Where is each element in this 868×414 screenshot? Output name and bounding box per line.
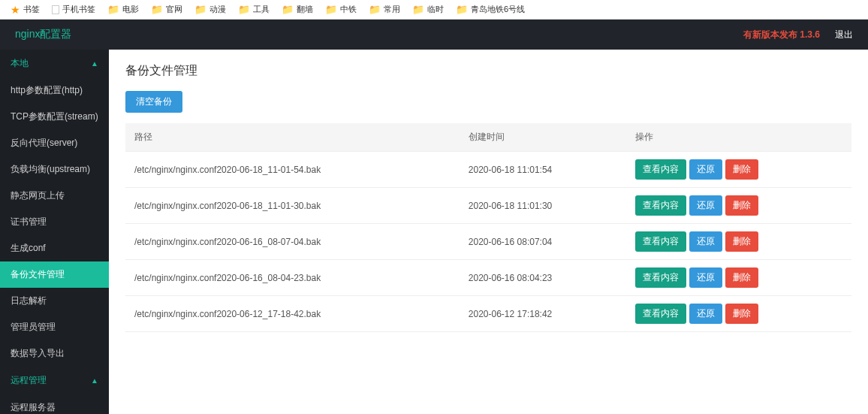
folder-icon: 📁 (238, 4, 250, 15)
sidebar-item[interactable]: 数据导入导出 (0, 340, 109, 367)
table-row: /etc/nginx/nginx.conf2020-06-16_08-04-23… (125, 260, 851, 296)
bookmark-item[interactable]: ★书签 (6, 2, 44, 17)
cell-path: /etc/nginx/nginx.conf2020-06-18_11-01-54… (125, 152, 460, 188)
bookmark-item[interactable]: 手机书签 (47, 2, 100, 17)
bookmark-label: 常用 (384, 4, 400, 15)
bookmark-label: 动漫 (209, 4, 226, 15)
table-row: /etc/nginx/nginx.conf2020-06-18_11-01-54… (125, 152, 851, 188)
sidebar-item[interactable]: 备份文件管理 (0, 261, 109, 288)
delete-button[interactable]: 删除 (725, 159, 758, 180)
bookmark-label: 工具 (253, 4, 270, 15)
cell-path: /etc/nginx/nginx.conf2020-06-12_17-18-42… (125, 296, 460, 332)
delete-button[interactable]: 删除 (725, 304, 758, 324)
bookmark-label: 官网 (166, 4, 182, 15)
cell-created: 2020-06-16 08:04:23 (460, 260, 626, 296)
sidebar-section-title: 本地 (11, 57, 29, 70)
bookmark-item[interactable]: 📁官网 (146, 2, 187, 17)
view-button[interactable]: 查看内容 (635, 304, 686, 324)
restore-button[interactable]: 还原 (689, 159, 722, 180)
sidebar-item[interactable]: 反向代理(server) (0, 130, 109, 156)
folder-icon: 📁 (369, 4, 381, 15)
backup-table: 路径 创建时间 操作 /etc/nginx/nginx.conf2020-06-… (125, 123, 851, 332)
folder-icon: 📁 (325, 4, 337, 15)
sidebar-section-title: 远程管理 (11, 374, 47, 387)
sidebar-item[interactable]: 证书管理 (0, 209, 109, 235)
sidebar-item[interactable]: 管理员管理 (0, 314, 109, 340)
folder-icon: 📁 (194, 4, 206, 15)
bookmark-label: 青岛地铁6号线 (471, 4, 525, 15)
view-button[interactable]: 查看内容 (635, 195, 686, 216)
view-button[interactable]: 查看内容 (635, 159, 686, 180)
header-right: 有新版本发布 1.3.6 退出 (743, 29, 853, 41)
delete-button[interactable]: 删除 (725, 195, 758, 216)
cell-actions: 查看内容还原删除 (626, 296, 851, 332)
table-row: /etc/nginx/nginx.conf2020-06-16_08-07-04… (125, 224, 851, 260)
app-header: nginx配置器 有新版本发布 1.3.6 退出 (0, 20, 868, 50)
bookmark-label: 电影 (122, 4, 139, 15)
restore-button[interactable]: 还原 (689, 231, 722, 252)
bookmark-item[interactable]: 📁工具 (234, 2, 274, 17)
sidebar-item[interactable]: 远程服务器 (0, 394, 109, 414)
cell-actions: 查看内容还原删除 (626, 260, 851, 296)
bookmark-label: 中铁 (340, 4, 357, 15)
version-notice[interactable]: 有新版本发布 1.3.6 (743, 29, 820, 41)
folder-icon: 📁 (412, 4, 424, 15)
folder-icon: 📁 (151, 4, 163, 15)
page-title: 备份文件管理 (125, 63, 851, 79)
main-content: 备份文件管理 清空备份 路径 创建时间 操作 /etc/nginx/nginx.… (109, 50, 868, 414)
col-actions: 操作 (626, 123, 851, 152)
bookmark-item[interactable]: 📁翻墙 (277, 2, 318, 17)
cell-created: 2020-06-18 11:01:30 (460, 188, 626, 224)
col-path: 路径 (125, 123, 460, 152)
chevron-up-icon: ▲ (91, 376, 98, 385)
logout-link[interactable]: 退出 (835, 29, 853, 41)
bookmark-item[interactable]: 📁中铁 (321, 2, 361, 17)
star-icon: ★ (11, 4, 20, 16)
sidebar-section-header[interactable]: 本地▲ (0, 50, 109, 77)
view-button[interactable]: 查看内容 (635, 231, 686, 252)
cell-actions: 查看内容还原删除 (626, 188, 851, 224)
delete-button[interactable]: 删除 (725, 231, 758, 252)
sidebar: 本地▲http参数配置(http)TCP参数配置(stream)反向代理(ser… (0, 50, 109, 414)
app-title: nginx配置器 (15, 28, 71, 41)
cell-path: /etc/nginx/nginx.conf2020-06-16_08-07-04… (125, 224, 460, 260)
folder-icon: 📁 (282, 4, 294, 15)
sidebar-item[interactable]: 负载均衡(upstream) (0, 156, 109, 183)
bookmark-item[interactable]: 📁动漫 (190, 2, 231, 17)
bookmark-label: 书签 (23, 4, 40, 15)
sidebar-section-header[interactable]: 远程管理▲ (0, 367, 109, 394)
sidebar-item[interactable]: 日志解析 (0, 288, 109, 314)
bookmark-item[interactable]: 📁临时 (408, 2, 448, 17)
restore-button[interactable]: 还原 (689, 304, 722, 324)
page-icon (52, 5, 59, 14)
sidebar-item[interactable]: TCP参数配置(stream) (0, 104, 109, 130)
chevron-up-icon: ▲ (91, 59, 98, 68)
bookmark-label: 手机书签 (62, 4, 95, 15)
cell-created: 2020-06-18 11:01:54 (460, 152, 626, 188)
bookmark-label: 翻墙 (297, 4, 313, 15)
col-created: 创建时间 (460, 123, 626, 152)
bookmark-item[interactable]: 📁常用 (364, 2, 405, 17)
cell-path: /etc/nginx/nginx.conf2020-06-16_08-04-23… (125, 260, 460, 296)
table-header-row: 路径 创建时间 操作 (125, 123, 851, 152)
bookmark-item[interactable]: 📁青岛地铁6号线 (451, 2, 529, 17)
cell-created: 2020-06-16 08:07:04 (460, 224, 626, 260)
sidebar-item[interactable]: 静态网页上传 (0, 183, 109, 209)
clear-backup-button[interactable]: 清空备份 (125, 91, 182, 113)
delete-button[interactable]: 删除 (725, 267, 758, 288)
sidebar-item[interactable]: http参数配置(http) (0, 77, 109, 104)
cell-actions: 查看内容还原删除 (626, 224, 851, 260)
layout: 本地▲http参数配置(http)TCP参数配置(stream)反向代理(ser… (0, 50, 868, 414)
bookmarks-bar: ★书签手机书签📁电影📁官网📁动漫📁工具📁翻墙📁中铁📁常用📁临时📁青岛地铁6号线 (0, 0, 868, 20)
table-row: /etc/nginx/nginx.conf2020-06-18_11-01-30… (125, 188, 851, 224)
view-button[interactable]: 查看内容 (635, 267, 686, 288)
bookmark-item[interactable]: 📁电影 (103, 2, 143, 17)
cell-created: 2020-06-12 17:18:42 (460, 296, 626, 332)
restore-button[interactable]: 还原 (689, 267, 722, 288)
folder-icon: 📁 (456, 4, 468, 15)
sidebar-item[interactable]: 生成conf (0, 235, 109, 261)
restore-button[interactable]: 还原 (689, 195, 722, 216)
cell-path: /etc/nginx/nginx.conf2020-06-18_11-01-30… (125, 188, 460, 224)
folder-icon: 📁 (107, 4, 119, 15)
table-row: /etc/nginx/nginx.conf2020-06-12_17-18-42… (125, 296, 851, 332)
